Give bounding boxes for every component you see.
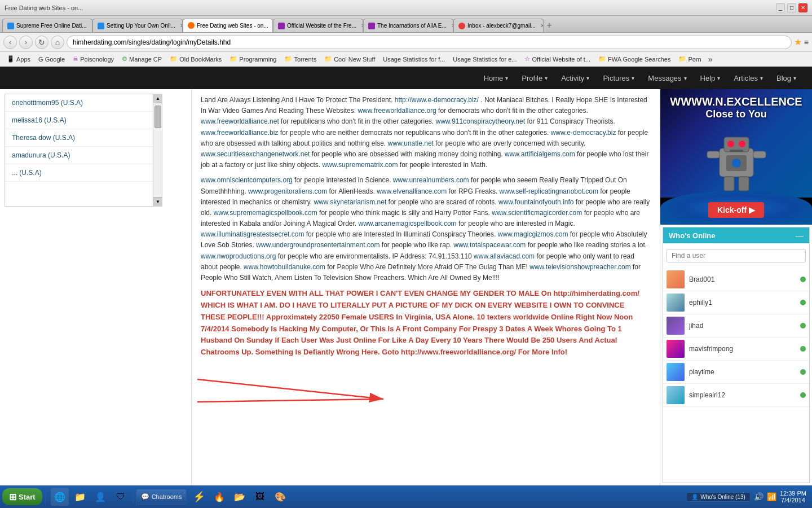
- user-item-0[interactable]: onehotttmom95 (U.S.A): [5, 94, 153, 112]
- nav-articles[interactable]: Articles: [729, 72, 767, 85]
- close-btn[interactable]: ✕: [798, 3, 807, 12]
- bookmark-usagestats1[interactable]: Usage Statistics for f...: [379, 55, 448, 64]
- link-underground[interactable]: www.undergroundprosentertainment.com: [256, 241, 379, 249]
- link-securities[interactable]: www.securitiesexchangenetwork.net: [201, 150, 310, 158]
- online-user-playtime[interactable]: playtime: [663, 361, 809, 384]
- link-fwa-biz[interactable]: www.freeworldalliance.biz: [201, 129, 278, 137]
- taskbar-app5[interactable]: 🎨: [271, 488, 289, 506]
- link-edem[interactable]: www.e-democracy.biz: [551, 129, 616, 137]
- bookmark-coolnewstuff[interactable]: 📁 Cool New Stuff: [321, 54, 378, 64]
- taskbar-app2[interactable]: 🔥: [210, 488, 228, 506]
- start-btn[interactable]: ⊞ Start: [2, 488, 42, 505]
- link-fwa-net[interactable]: www.freeworldalliance.net: [201, 117, 279, 125]
- link-unatle[interactable]: www.unatle.net: [388, 139, 434, 147]
- maximize-btn[interactable]: □: [787, 3, 796, 12]
- nav-home[interactable]: Home: [479, 72, 513, 85]
- taskbar-shield-icon[interactable]: 🛡: [112, 488, 130, 506]
- tab-2[interactable]: Free Dating web Sites - on... ✕: [183, 19, 273, 32]
- tray-volume-icon[interactable]: 📶: [767, 492, 776, 501]
- online-user-mavisfrimpong[interactable]: mavisfrimpong: [663, 338, 809, 361]
- bookmark-usagestats2[interactable]: Usage Statistics for e...: [449, 55, 520, 64]
- settings-btn[interactable]: ≡: [804, 38, 809, 47]
- link-tvpreacher[interactable]: www.televisionshowpreacher.com: [529, 263, 630, 271]
- online-user-ephilly1[interactable]: ephilly1: [663, 291, 809, 314]
- bookmark-apps[interactable]: 📱 Apps: [3, 54, 34, 64]
- user-item-2[interactable]: Theresa dow (U.S.A): [5, 129, 153, 147]
- nav-activity[interactable]: Activity: [557, 72, 594, 85]
- link-omniscient[interactable]: www.omniscientcomputers.org: [201, 176, 293, 184]
- nav-profile[interactable]: Profile: [517, 72, 552, 85]
- link-elvenalliance[interactable]: www.elvenalliance.com: [377, 187, 447, 195]
- link-nwoproductions[interactable]: www.nwoproductions.org: [201, 252, 276, 260]
- link-911[interactable]: www.911conspiracytheory.net: [436, 117, 526, 125]
- nav-help[interactable]: Help: [696, 72, 725, 85]
- taskbar-app4[interactable]: 🖼: [251, 488, 269, 506]
- taskbar-folder-icon[interactable]: 📁: [71, 488, 89, 506]
- back-btn[interactable]: ‹: [3, 36, 17, 49]
- nav-messages[interactable]: Messages: [643, 72, 691, 85]
- link-fwa-org[interactable]: www.freeworldalliance.org: [358, 107, 436, 115]
- bookmark-fwagooglesearches[interactable]: 📁 FWA Google Searches: [595, 54, 674, 64]
- address-input[interactable]: [67, 36, 792, 49]
- link-illuminati[interactable]: www.illuminatisgreatestsecret.com: [201, 230, 304, 238]
- tab-4[interactable]: The Incarnations of AllA E... ✕: [363, 19, 453, 32]
- star-btn[interactable]: ★: [794, 37, 802, 47]
- link-progenitor[interactable]: www.progenitoraliens.com: [248, 187, 327, 195]
- new-tab-btn[interactable]: +: [544, 19, 555, 32]
- nav-blog[interactable]: Blog: [772, 72, 801, 85]
- online-user-simpleairl12[interactable]: simpleairl12: [663, 384, 809, 407]
- tray-network-icon[interactable]: 🔊: [754, 492, 764, 501]
- forward-btn[interactable]: ›: [19, 36, 33, 49]
- tab-0[interactable]: Supreme Free Online Dati... ✕: [2, 19, 92, 32]
- minimize-btn[interactable]: _: [776, 3, 785, 12]
- link-allaviacad[interactable]: www.allaviacad.com: [474, 252, 535, 260]
- user-item-3[interactable]: amadunura (U.S.A): [5, 147, 153, 164]
- bookmarks-more-btn[interactable]: »: [708, 55, 713, 64]
- user-list-scrollbar[interactable]: ▲ ▼: [153, 94, 162, 206]
- tab-5[interactable]: Inbox - alexbeck7@gmail... ✕: [453, 19, 544, 32]
- user-item-4[interactable]: ... (U.S.A): [5, 164, 153, 182]
- home-btn[interactable]: ⌂: [51, 36, 64, 49]
- bookmark-poisonology[interactable]: ☠ Poisonology: [69, 54, 117, 64]
- link-scientificmagic[interactable]: www.scientificmagicorder.com: [492, 209, 582, 217]
- reload-btn[interactable]: ↻: [35, 36, 48, 49]
- find-user-input[interactable]: [667, 249, 806, 262]
- link-edemocracy[interactable]: http://www.e-democracy.biz/: [395, 96, 479, 104]
- nav-pictures[interactable]: Pictures: [598, 72, 639, 85]
- nav-home-label: Home: [484, 74, 504, 82]
- link-magicgizmos[interactable]: www.magicgizmos.com: [498, 230, 568, 238]
- link-fountain[interactable]: www.fountainofyouth.info: [498, 198, 573, 206]
- bookmark-google[interactable]: G Google: [35, 55, 68, 64]
- link-artificialgems[interactable]: www.artificialgems.com: [505, 150, 575, 158]
- taskbar-user-icon[interactable]: 👤: [91, 488, 109, 506]
- user-item-1[interactable]: melissa16 (U.S.A): [5, 112, 153, 129]
- online-user-jihad[interactable]: jihad: [663, 314, 809, 338]
- bookmark-torrents[interactable]: 📁 Torrents: [281, 54, 320, 64]
- bookmark-programming[interactable]: 📁 Programming: [226, 54, 280, 64]
- link-howtobuildnuke[interactable]: www.howtobuildanuke.com: [244, 263, 325, 271]
- kickoff-btn[interactable]: Kick-off ▶: [708, 202, 764, 218]
- link-supremematrix[interactable]: www.supremematrix.com: [322, 161, 398, 169]
- link-magicspellbook[interactable]: www.suprememagicspellbook.com: [214, 209, 317, 217]
- scrollbar-down-btn[interactable]: ▼: [153, 197, 162, 206]
- taskbar-chatrooms-btn[interactable]: 💬 Chatrooms: [136, 489, 187, 505]
- bookmark-managecp[interactable]: ⚙ Manage CP: [118, 54, 165, 64]
- online-user-brad001[interactable]: Brad001: [663, 268, 809, 291]
- whos-online-close-btn[interactable]: —: [796, 231, 804, 240]
- bookmark-porn[interactable]: 📁 Porn: [675, 54, 704, 64]
- link-unrealnumbers[interactable]: www.unrealnumbers.com: [393, 176, 469, 184]
- taskbar-app1[interactable]: ⚡: [190, 488, 208, 506]
- link-skynet[interactable]: www.skynetarianism.net: [314, 198, 387, 206]
- link-nanobot[interactable]: www.self-replicatingnanobot.com: [500, 187, 598, 195]
- bookmark-officialwebsite[interactable]: ☆ Official Website of t...: [521, 54, 594, 64]
- scrollbar-up-btn[interactable]: ▲: [153, 94, 162, 103]
- taskbar-ie-icon[interactable]: 🌐: [51, 488, 69, 506]
- bookmark-oldbookmarks[interactable]: 📁 Old BookMarks: [166, 54, 225, 64]
- taskbar-app3[interactable]: 📂: [231, 488, 249, 506]
- tab-3[interactable]: Official Website of the Fre... ✕: [273, 19, 363, 32]
- link-arcanemagic[interactable]: www.arcanemagicspellbook.com: [359, 220, 457, 227]
- tab-1[interactable]: Setting Up Your Own Onli... ✕: [92, 19, 183, 32]
- scrollbar-thumb[interactable]: [155, 106, 161, 128]
- link-totalspacewar[interactable]: www.totalspacewar.com: [453, 241, 526, 249]
- whos-online-tray-btn[interactable]: 👤 Who's Online (13): [686, 492, 751, 502]
